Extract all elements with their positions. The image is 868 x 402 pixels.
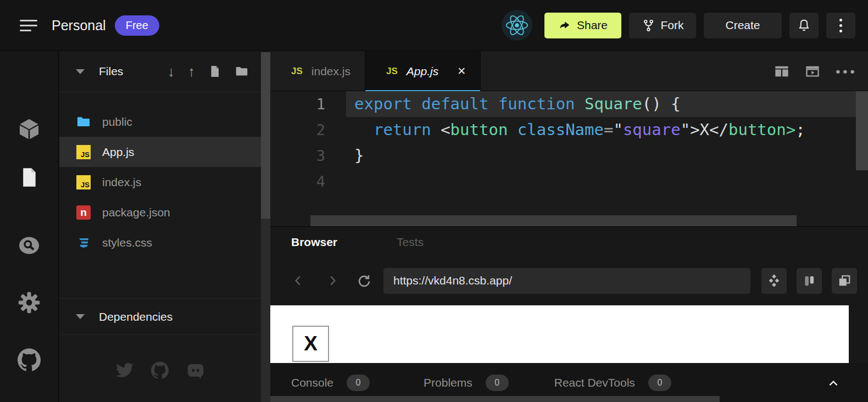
code-line-3: 3 } — [270, 143, 868, 169]
js-file-icon: JS — [76, 144, 91, 160]
count-badge: 0 — [486, 375, 509, 391]
share-button[interactable]: Share — [544, 13, 621, 38]
upload-arrow-icon[interactable]: ↑ — [188, 64, 195, 79]
social-links — [59, 361, 261, 380]
line-content: export default function Square() { — [346, 91, 868, 117]
activity-rail — [0, 51, 59, 402]
js-file-icon: JS — [76, 175, 91, 190]
file-item-package-json[interactable]: n package.json — [59, 197, 261, 227]
github-icon[interactable] — [151, 361, 169, 380]
js-file-icon: JS — [386, 66, 398, 77]
new-folder-icon[interactable] — [235, 64, 249, 79]
devtools-diamonds-icon[interactable] — [761, 268, 787, 294]
files-title: Files — [99, 65, 168, 78]
settings-gear-icon[interactable] — [16, 289, 42, 316]
code-editor[interactable]: 1 export default function Square() { 2 r… — [270, 91, 868, 226]
status-console[interactable]: Console 0 — [291, 375, 370, 391]
create-button[interactable]: Create — [704, 13, 782, 38]
browser-preview: X — [270, 305, 849, 363]
search-icon[interactable] — [16, 232, 42, 259]
more-options-button[interactable] — [826, 13, 855, 38]
more-ellipsis-icon[interactable]: ●●● — [836, 66, 857, 76]
menu-icon[interactable] — [20, 19, 40, 32]
file-name: package.json — [102, 206, 170, 219]
files-tools: ↓ ↑ — [168, 64, 249, 79]
collapse-caret-icon — [76, 314, 85, 319]
file-name: public — [102, 115, 132, 129]
files-scrollbar[interactable] — [261, 51, 270, 402]
tab-label: index.js — [311, 65, 350, 78]
line-number: 2 — [270, 117, 346, 143]
js-file-icon: JS — [291, 66, 303, 77]
topbar-right: Share Fork Create — [502, 10, 868, 41]
line-number: 3 — [270, 143, 346, 169]
forward-chevron-icon[interactable] — [325, 273, 340, 288]
fork-button[interactable]: Fork — [629, 13, 696, 38]
status-react-devtools[interactable]: React DevTools 0 — [554, 375, 671, 391]
share-arrow-icon — [558, 19, 571, 32]
react-logo-icon — [502, 10, 532, 41]
preview-window-icon[interactable] — [805, 64, 820, 79]
square-button[interactable]: X — [292, 326, 329, 362]
twitter-icon[interactable] — [116, 361, 133, 380]
chevron-up-icon[interactable] — [827, 377, 839, 389]
vertical-scrollbar[interactable] — [856, 91, 868, 170]
topbar: Personal Free Share — [0, 0, 868, 51]
close-tab-icon[interactable]: ✕ — [457, 65, 466, 77]
share-label: Share — [577, 19, 608, 32]
dependencies-header[interactable]: Dependencies — [59, 298, 261, 335]
editor-tab-App-js[interactable]: JS App.js ✕ — [365, 51, 481, 91]
status-problems[interactable]: Problems 0 — [424, 375, 509, 391]
back-chevron-icon[interactable] — [291, 273, 305, 288]
file-explorer-icon[interactable] — [16, 164, 42, 191]
bottom-scrollbar[interactable] — [270, 396, 720, 402]
file-item-App-js[interactable]: JS App.js — [59, 137, 261, 167]
create-label: Create — [725, 19, 760, 32]
topbar-left: Personal Free — [0, 15, 159, 36]
file-name: App.js — [102, 146, 134, 159]
line-number: 4 — [270, 169, 346, 194]
main-area: JS index.js JS App.js ✕ ● — [270, 51, 868, 402]
horizontal-scrollbar[interactable] — [310, 215, 797, 226]
sandbox-cube-icon[interactable] — [16, 116, 42, 142]
folder-icon — [76, 114, 91, 130]
status-label: React DevTools — [554, 376, 635, 389]
discord-icon[interactable] — [186, 361, 205, 380]
code-lines: 1 export default function Square() { 2 r… — [270, 91, 868, 194]
scrollbar-thumb[interactable] — [261, 52, 270, 219]
workspace-name[interactable]: Personal — [52, 18, 106, 34]
file-list: public JS App.js JS index.js n package.j… — [59, 92, 261, 258]
file-item-public[interactable]: public — [59, 107, 261, 137]
collapse-caret-icon[interactable] — [76, 69, 85, 74]
line-content: } — [346, 143, 868, 169]
url-input[interactable] — [383, 268, 750, 294]
open-window-icon[interactable] — [832, 268, 857, 294]
file-item-index-js[interactable]: JS index.js — [59, 167, 261, 197]
fork-label: Fork — [661, 19, 684, 32]
code-line-1: 1 export default function Square() { — [270, 91, 868, 117]
kebab-menu-icon — [839, 19, 842, 32]
dependencies-title: Dependencies — [99, 310, 173, 323]
tab-browser[interactable]: Browser — [291, 236, 337, 249]
file-item-styles-css[interactable]: styles.css — [59, 227, 261, 258]
file-name: styles.css — [102, 236, 152, 249]
github-icon[interactable] — [16, 347, 42, 373]
fork-icon — [642, 19, 655, 32]
files-panel: Files ↓ ↑ public JS App.js JS index.js n… — [59, 51, 261, 402]
npm-file-icon: n — [76, 205, 91, 220]
download-arrow-icon[interactable]: ↓ — [168, 64, 175, 79]
tabbar-tools: ●●● — [774, 51, 857, 91]
editor-tab-index-js[interactable]: JS index.js — [270, 51, 365, 91]
editor-tabs: JS index.js JS App.js ✕ — [270, 51, 481, 91]
js-file-icon: JS — [76, 175, 91, 189]
notifications-button[interactable] — [789, 13, 819, 38]
css-file-icon — [76, 235, 91, 250]
responsive-panes-icon[interactable] — [797, 268, 822, 294]
tab-tests[interactable]: Tests — [397, 236, 424, 249]
browser-tabs: Browser Tests — [270, 227, 868, 258]
reload-icon[interactable] — [356, 273, 371, 288]
line-content: return <button className="square">X</but… — [346, 117, 868, 143]
split-view-icon[interactable] — [774, 64, 789, 79]
line-content — [346, 169, 868, 194]
new-file-icon[interactable] — [208, 65, 221, 78]
